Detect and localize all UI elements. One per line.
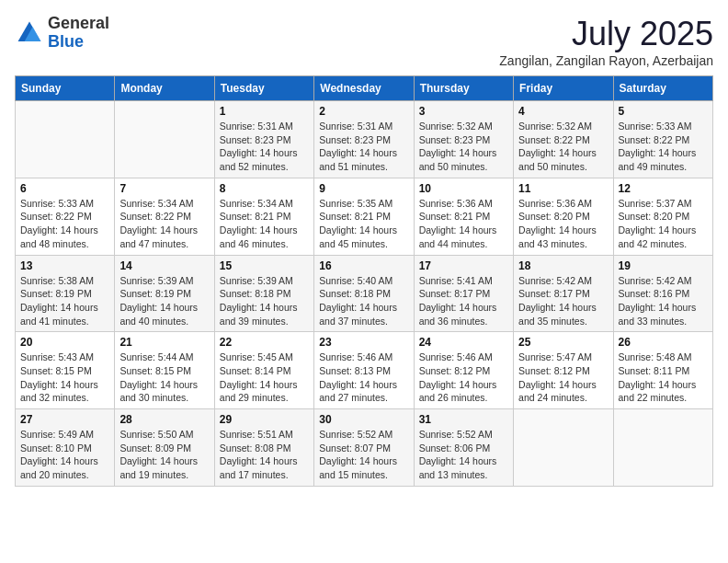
day-detail: Sunrise: 5:34 AM Sunset: 8:22 PM Dayligh… <box>119 197 209 251</box>
day-detail: Sunrise: 5:52 AM Sunset: 8:06 PM Dayligh… <box>419 428 508 482</box>
day-detail: Sunrise: 5:52 AM Sunset: 8:07 PM Dayligh… <box>319 428 408 482</box>
day-detail: Sunrise: 5:50 AM Sunset: 8:09 PM Dayligh… <box>119 428 209 482</box>
day-detail: Sunrise: 5:37 AM Sunset: 8:20 PM Dayligh… <box>619 197 708 251</box>
day-detail: Sunrise: 5:42 AM Sunset: 8:17 PM Dayligh… <box>518 274 608 328</box>
day-number: 5 <box>619 105 708 118</box>
calendar-week-row: 6Sunrise: 5:33 AM Sunset: 8:22 PM Daylig… <box>16 178 713 255</box>
calendar-cell: 26Sunrise: 5:48 AM Sunset: 8:11 PM Dayli… <box>613 332 712 409</box>
day-detail: Sunrise: 5:49 AM Sunset: 8:10 PM Dayligh… <box>20 428 109 482</box>
day-of-week-header: Monday <box>115 76 214 101</box>
day-number: 21 <box>119 336 209 349</box>
calendar-cell: 3Sunrise: 5:32 AM Sunset: 8:23 PM Daylig… <box>414 101 513 178</box>
day-detail: Sunrise: 5:34 AM Sunset: 8:21 PM Dayligh… <box>220 197 309 251</box>
calendar-week-row: 13Sunrise: 5:38 AM Sunset: 8:19 PM Dayli… <box>16 255 713 332</box>
calendar-cell: 11Sunrise: 5:36 AM Sunset: 8:20 PM Dayli… <box>514 178 613 255</box>
calendar-cell: 31Sunrise: 5:52 AM Sunset: 8:06 PM Dayli… <box>414 409 513 487</box>
day-number: 20 <box>20 336 109 349</box>
day-detail: Sunrise: 5:39 AM Sunset: 8:19 PM Dayligh… <box>119 274 209 328</box>
calendar-cell: 7Sunrise: 5:34 AM Sunset: 8:22 PM Daylig… <box>115 178 214 255</box>
calendar-cell <box>613 409 712 487</box>
calendar-cell: 5Sunrise: 5:33 AM Sunset: 8:22 PM Daylig… <box>613 101 712 178</box>
day-detail: Sunrise: 5:48 AM Sunset: 8:11 PM Dayligh… <box>619 350 708 405</box>
calendar-cell: 13Sunrise: 5:38 AM Sunset: 8:19 PM Dayli… <box>16 255 115 332</box>
month-title: July 2025 <box>499 15 713 53</box>
calendar-week-row: 20Sunrise: 5:43 AM Sunset: 8:15 PM Dayli… <box>16 332 713 409</box>
day-detail: Sunrise: 5:32 AM Sunset: 8:22 PM Dayligh… <box>518 120 608 174</box>
calendar-cell: 29Sunrise: 5:51 AM Sunset: 8:08 PM Dayli… <box>214 409 313 487</box>
day-number: 27 <box>20 413 109 426</box>
day-detail: Sunrise: 5:47 AM Sunset: 8:12 PM Dayligh… <box>518 350 608 405</box>
day-detail: Sunrise: 5:36 AM Sunset: 8:20 PM Dayligh… <box>518 197 608 251</box>
day-number: 17 <box>419 259 508 272</box>
day-detail: Sunrise: 5:43 AM Sunset: 8:15 PM Dayligh… <box>20 350 109 405</box>
calendar-cell: 18Sunrise: 5:42 AM Sunset: 8:17 PM Dayli… <box>514 255 613 332</box>
day-number: 30 <box>319 413 408 426</box>
calendar-cell: 30Sunrise: 5:52 AM Sunset: 8:07 PM Dayli… <box>314 409 414 487</box>
day-number: 18 <box>518 259 608 272</box>
calendar-cell: 6Sunrise: 5:33 AM Sunset: 8:22 PM Daylig… <box>16 178 115 255</box>
logo-text: General Blue <box>48 15 109 52</box>
day-detail: Sunrise: 5:36 AM Sunset: 8:21 PM Dayligh… <box>419 197 508 251</box>
day-number: 11 <box>518 182 608 195</box>
location-subtitle: Zangilan, Zangilan Rayon, Azerbaijan <box>499 53 713 68</box>
calendar-cell: 20Sunrise: 5:43 AM Sunset: 8:15 PM Dayli… <box>16 332 115 409</box>
day-number: 23 <box>319 336 408 349</box>
title-block: July 2025 Zangilan, Zangilan Rayon, Azer… <box>499 15 713 68</box>
calendar-week-row: 1Sunrise: 5:31 AM Sunset: 8:23 PM Daylig… <box>16 101 713 178</box>
logo-blue-text: Blue <box>48 32 84 51</box>
day-detail: Sunrise: 5:35 AM Sunset: 8:21 PM Dayligh… <box>319 197 408 251</box>
day-number: 8 <box>220 182 309 195</box>
day-detail: Sunrise: 5:39 AM Sunset: 8:18 PM Dayligh… <box>220 274 309 328</box>
day-number: 12 <box>619 182 708 195</box>
calendar-cell: 15Sunrise: 5:39 AM Sunset: 8:18 PM Dayli… <box>214 255 313 332</box>
page-header: General Blue July 2025 Zangilan, Zangila… <box>15 15 713 68</box>
day-number: 13 <box>20 259 109 272</box>
day-number: 2 <box>319 105 408 118</box>
calendar-cell: 27Sunrise: 5:49 AM Sunset: 8:10 PM Dayli… <box>16 409 115 487</box>
day-detail: Sunrise: 5:38 AM Sunset: 8:19 PM Dayligh… <box>20 274 109 328</box>
day-detail: Sunrise: 5:33 AM Sunset: 8:22 PM Dayligh… <box>619 120 708 174</box>
calendar-cell: 9Sunrise: 5:35 AM Sunset: 8:21 PM Daylig… <box>314 178 414 255</box>
day-number: 24 <box>419 336 508 349</box>
calendar-cell: 28Sunrise: 5:50 AM Sunset: 8:09 PM Dayli… <box>115 409 214 487</box>
day-detail: Sunrise: 5:51 AM Sunset: 8:08 PM Dayligh… <box>220 428 309 482</box>
calendar-header-row: SundayMondayTuesdayWednesdayThursdayFrid… <box>16 76 713 101</box>
day-detail: Sunrise: 5:44 AM Sunset: 8:15 PM Dayligh… <box>119 350 209 405</box>
logo-general: General <box>48 14 109 32</box>
day-detail: Sunrise: 5:42 AM Sunset: 8:16 PM Dayligh… <box>619 274 708 328</box>
calendar-table: SundayMondayTuesdayWednesdayThursdayFrid… <box>15 75 713 487</box>
calendar-cell: 17Sunrise: 5:41 AM Sunset: 8:17 PM Dayli… <box>414 255 513 332</box>
day-number: 19 <box>619 259 708 272</box>
day-of-week-header: Thursday <box>414 76 513 101</box>
calendar-cell: 19Sunrise: 5:42 AM Sunset: 8:16 PM Dayli… <box>613 255 712 332</box>
day-number: 7 <box>119 182 209 195</box>
day-number: 10 <box>419 182 508 195</box>
calendar-cell: 1Sunrise: 5:31 AM Sunset: 8:23 PM Daylig… <box>214 101 313 178</box>
day-of-week-header: Friday <box>514 76 613 101</box>
day-detail: Sunrise: 5:46 AM Sunset: 8:13 PM Dayligh… <box>319 350 408 405</box>
day-number: 26 <box>619 336 708 349</box>
day-number: 4 <box>518 105 608 118</box>
calendar-cell: 25Sunrise: 5:47 AM Sunset: 8:12 PM Dayli… <box>514 332 613 409</box>
calendar-cell <box>16 101 115 178</box>
day-number: 16 <box>319 259 408 272</box>
calendar-cell: 2Sunrise: 5:31 AM Sunset: 8:23 PM Daylig… <box>314 101 414 178</box>
day-detail: Sunrise: 5:45 AM Sunset: 8:14 PM Dayligh… <box>220 350 309 405</box>
calendar-cell: 10Sunrise: 5:36 AM Sunset: 8:21 PM Dayli… <box>414 178 513 255</box>
calendar-week-row: 27Sunrise: 5:49 AM Sunset: 8:10 PM Dayli… <box>16 409 713 487</box>
logo: General Blue <box>15 15 109 52</box>
day-number: 31 <box>419 413 508 426</box>
day-number: 29 <box>220 413 309 426</box>
day-number: 6 <box>20 182 109 195</box>
calendar-cell: 16Sunrise: 5:40 AM Sunset: 8:18 PM Dayli… <box>314 255 414 332</box>
day-number: 14 <box>119 259 209 272</box>
day-of-week-header: Tuesday <box>214 76 313 101</box>
day-detail: Sunrise: 5:31 AM Sunset: 8:23 PM Dayligh… <box>319 120 408 174</box>
day-detail: Sunrise: 5:32 AM Sunset: 8:23 PM Dayligh… <box>419 120 508 174</box>
day-detail: Sunrise: 5:31 AM Sunset: 8:23 PM Dayligh… <box>220 120 309 174</box>
day-number: 25 <box>518 336 608 349</box>
day-number: 28 <box>119 413 209 426</box>
calendar-cell: 24Sunrise: 5:46 AM Sunset: 8:12 PM Dayli… <box>414 332 513 409</box>
calendar-cell <box>115 101 214 178</box>
day-of-week-header: Wednesday <box>314 76 414 101</box>
